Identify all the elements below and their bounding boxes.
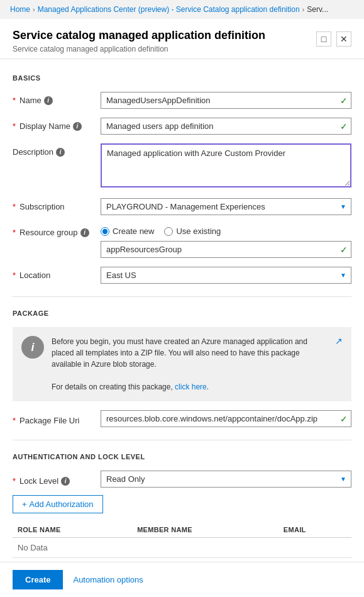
description-control	[101, 143, 351, 189]
footer: Create Automation options	[0, 562, 364, 597]
package-info-box: i Before you begin, you must have create…	[13, 327, 351, 401]
breadcrumb-current: Serv...	[307, 5, 328, 14]
main-content: BASICS * Name i ✓ * Display Name i ✓	[0, 59, 364, 596]
subscription-row: * Subscription PLAYGROUND - Management E…	[13, 198, 351, 215]
add-authorization-button[interactable]: + Add Authorization	[13, 495, 103, 513]
package-uri-control: ✓	[101, 410, 351, 427]
lock-level-label: * Lock Level i	[13, 472, 101, 486]
breadcrumb-home[interactable]: Home	[10, 5, 30, 14]
display-name-info-icon[interactable]: i	[73, 122, 82, 131]
resource-group-check-icon: ✓	[340, 245, 348, 255]
auth-table-header: ROLE NAME MEMBER NAME EMAIL	[13, 522, 351, 538]
package-section-label: PACKAGE	[13, 310, 351, 317]
automation-options-link[interactable]: Automation options	[73, 575, 143, 584]
create-new-option[interactable]: Create new	[101, 226, 154, 236]
package-section: i Before you begin, you must have create…	[13, 327, 351, 427]
location-row: * Location East US ▼	[13, 267, 351, 284]
page-title: Service catalog managed application defi…	[13, 29, 265, 42]
auth-section-label: AUTHENTICATION AND LOCK LEVEL	[13, 453, 351, 460]
display-name-check-icon: ✓	[340, 121, 348, 131]
name-control: ✓	[101, 92, 351, 109]
display-name-row: * Display Name i ✓	[13, 118, 351, 135]
resource-group-control: Create new Use existing ✓	[101, 224, 351, 258]
page-header-title: Service catalog managed application defi…	[13, 29, 265, 53]
use-existing-label: Use existing	[176, 226, 221, 236]
description-input[interactable]	[101, 143, 351, 187]
name-input[interactable]	[101, 92, 351, 109]
use-existing-option[interactable]: Use existing	[164, 226, 221, 236]
breadcrumb: Home › Managed Applications Center (prev…	[0, 0, 364, 19]
resource-group-input-wrap: ✓	[101, 241, 351, 258]
display-name-control: ✓	[101, 118, 351, 135]
no-data-row: No Data	[13, 538, 351, 558]
location-control: East US ▼	[101, 267, 351, 284]
create-button[interactable]: Create	[13, 570, 63, 589]
no-data-cell: No Data	[13, 538, 351, 558]
location-select-wrap: East US ▼	[101, 267, 351, 284]
create-new-label: Create new	[113, 226, 154, 236]
close-button[interactable]: ✕	[336, 31, 351, 47]
breadcrumb-managed-apps[interactable]: Managed Applications Center (preview) - …	[38, 5, 300, 14]
subscription-select[interactable]: PLAYGROUND - Management Experiences	[101, 198, 351, 215]
display-name-input-wrap: ✓	[101, 118, 351, 135]
package-uri-row: * Package File Uri ✓	[13, 410, 351, 427]
auth-section: * Lock Level i Read Only ▼ + Add Authori…	[13, 471, 351, 558]
display-name-label: * Display Name i	[13, 118, 101, 131]
location-label: * Location	[13, 267, 101, 280]
lock-level-info-icon[interactable]: i	[61, 477, 70, 486]
auth-table-body: No Data	[13, 538, 351, 558]
name-input-wrap: ✓	[101, 92, 351, 109]
subscription-label: * Subscription	[13, 198, 101, 211]
page-header-actions: □ ✕	[316, 31, 351, 47]
minimize-button[interactable]: □	[316, 31, 331, 47]
resource-group-row: * Resource group i Create new Use existi…	[13, 224, 351, 258]
page-subtitle: Service catalog managed application defi…	[13, 45, 265, 53]
page-header: Service catalog managed application defi…	[0, 19, 364, 59]
lock-level-control: Read Only ▼	[101, 471, 351, 488]
description-row: Description i	[13, 143, 351, 189]
create-new-radio[interactable]	[101, 227, 109, 236]
location-select[interactable]: East US	[101, 267, 351, 284]
role-name-column-header: ROLE NAME	[13, 522, 132, 538]
add-auth-label: Add Authorization	[30, 499, 94, 509]
package-uri-input[interactable]	[101, 410, 351, 427]
lock-level-select-wrap: Read Only ▼	[101, 471, 351, 488]
package-uri-check-icon: ✓	[340, 414, 348, 424]
lock-level-select[interactable]: Read Only	[101, 471, 351, 488]
name-info-icon[interactable]: i	[44, 96, 53, 105]
name-label: * Name i	[13, 92, 101, 105]
description-info-icon[interactable]: i	[56, 148, 65, 157]
display-name-input[interactable]	[101, 118, 351, 135]
resource-group-input[interactable]	[101, 241, 351, 258]
name-check-icon: ✓	[340, 96, 348, 106]
auth-table: ROLE NAME MEMBER NAME EMAIL No Data	[13, 522, 351, 558]
package-info-content: Before you begin, you must have created …	[52, 336, 328, 393]
use-existing-radio[interactable]	[164, 227, 173, 236]
member-name-column-header: MEMBER NAME	[132, 522, 279, 538]
name-row: * Name i ✓	[13, 92, 351, 109]
subscription-control: PLAYGROUND - Management Experiences ▼	[101, 198, 351, 215]
auth-divider	[13, 440, 351, 440]
package-uri-label: * Package File Uri	[13, 412, 101, 425]
package-info-icon: i	[21, 336, 44, 359]
basics-divider	[13, 296, 351, 297]
add-auth-plus-icon: +	[22, 499, 27, 509]
resource-group-label: * Resource group i	[13, 224, 101, 237]
resource-group-info-icon[interactable]: i	[80, 228, 89, 237]
resource-group-radio-group: Create new Use existing	[101, 224, 351, 236]
package-info-text1: Before you begin, you must have created …	[52, 337, 307, 369]
external-link-icon[interactable]: ↗	[335, 336, 343, 346]
subscription-select-wrap: PLAYGROUND - Management Experiences ▼	[101, 198, 351, 215]
package-info-text2-prefix: For details on creating this package,	[52, 382, 175, 391]
description-label: Description i	[13, 143, 101, 157]
package-info-link[interactable]: click here	[175, 382, 207, 391]
lock-level-row: * Lock Level i Read Only ▼	[13, 471, 351, 488]
basics-section-label: BASICS	[13, 74, 351, 82]
email-column-header: EMAIL	[279, 522, 351, 538]
package-uri-input-wrap: ✓	[101, 410, 351, 427]
